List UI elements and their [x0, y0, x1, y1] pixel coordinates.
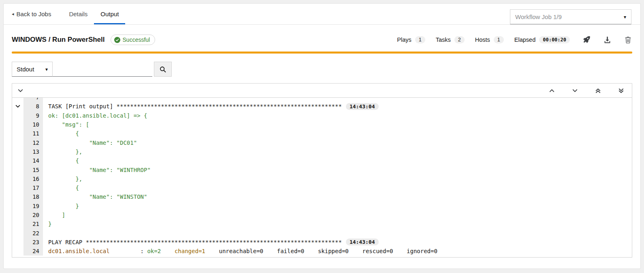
- log-expand-spacer: [12, 111, 23, 120]
- log-expand-spacer: [12, 174, 23, 183]
- line-number: 24: [23, 247, 43, 256]
- log-expand-spacer: [12, 98, 23, 102]
- log-text: dc01.ansible.local : ok=2 changed=1 unre…: [43, 248, 437, 254]
- scroll-top-button[interactable]: [594, 86, 602, 95]
- caret-down-icon: ▾: [45, 67, 48, 72]
- job-title: WINDOWS / Run PowerShell: [12, 36, 105, 44]
- output-panel: 78TASK [Print output] ******************…: [12, 83, 632, 258]
- line-number: 17: [23, 183, 43, 192]
- stdout-log-view[interactable]: 78TASK [Print output] ******************…: [12, 98, 632, 257]
- log-segment: "msg": [: [48, 121, 89, 128]
- log-line: 20 ]: [12, 211, 632, 219]
- log-line: 15 "Name": "WINTHROP": [12, 165, 632, 174]
- back-to-jobs-label: Back to Jobs: [17, 11, 51, 17]
- chevron-down-icon: [15, 103, 21, 109]
- stat-plays: Plays 1: [397, 36, 425, 43]
- log-segment: TASK [Print output] ********************…: [48, 103, 342, 110]
- stat-tasks-label: Tasks: [436, 37, 451, 43]
- check-circle-icon: [114, 37, 120, 43]
- delete-trash-icon: [625, 37, 631, 43]
- line-number: 18: [23, 192, 43, 201]
- log-expand-spacer: [12, 129, 23, 138]
- log-line: 23PLAY RECAP ***************************…: [12, 238, 632, 247]
- log-line: 21}: [12, 219, 632, 228]
- line-number: 23: [23, 238, 43, 247]
- log-line: 14 {: [12, 156, 632, 165]
- status-badge: Successful: [111, 34, 156, 45]
- log-expand-spacer: [12, 192, 23, 201]
- tab-details-label: Details: [69, 11, 87, 17]
- line-number: 12: [23, 138, 43, 147]
- workflow-job-select-value: Workflow Job 1/9: [515, 13, 562, 20]
- log-expand-spacer: [12, 183, 23, 192]
- scroll-bottom-button[interactable]: [617, 86, 625, 95]
- scroll-next-button[interactable]: [571, 86, 579, 95]
- line-number: 8: [23, 102, 43, 111]
- scroll-previous-button[interactable]: [548, 86, 556, 95]
- collapse-all-button[interactable]: [16, 86, 25, 95]
- log-line: 10 "msg": [: [12, 120, 632, 129]
- stat-elapsed: Elapsed 00:00:20: [514, 36, 570, 43]
- download-icon: [604, 37, 611, 43]
- log-text: "Name": "DC01": [43, 140, 137, 146]
- log-text: {: [43, 185, 79, 191]
- back-to-jobs-link[interactable]: ◂ Back to Jobs: [12, 4, 51, 24]
- log-segment: changed=1: [175, 248, 205, 254]
- double-chevron-up-icon: [595, 88, 601, 94]
- log-text: }: [43, 203, 79, 209]
- log-segment: dc01.ansible.local: [48, 248, 110, 254]
- log-segment: ok: [dc01.ansible.local] => {: [48, 112, 147, 119]
- log-line: 7: [12, 98, 632, 102]
- line-number: 19: [23, 202, 43, 211]
- workflow-job-select[interactable]: Workflow Job 1/9 ▾: [510, 9, 631, 24]
- log-segment: "Name": "WINTHROP": [48, 167, 151, 173]
- log-segment: },: [48, 176, 82, 182]
- stat-plays-count: 1: [415, 36, 425, 43]
- log-segment: "Name": "DC01": [48, 140, 137, 146]
- log-expand-spacer: [12, 147, 23, 156]
- stat-elapsed-value: 00:00:20: [539, 36, 570, 43]
- stat-hosts-label: Hosts: [475, 37, 490, 43]
- log-expand-spacer: [12, 247, 23, 256]
- log-line: 19 }: [12, 202, 632, 211]
- stat-hosts-count: 1: [494, 36, 504, 43]
- tabs-bar: ◂ Back to Jobs Details Output Workflow J…: [4, 4, 640, 25]
- log-expand-spacer: [12, 202, 23, 211]
- output-toolbar: [12, 84, 632, 98]
- collapse-task-toggle[interactable]: [12, 102, 23, 111]
- log-text: "msg": [: [43, 121, 89, 128]
- job-output-page: ◂ Back to Jobs Details Output Workflow J…: [3, 3, 641, 269]
- line-number: 11: [23, 129, 43, 138]
- log-expand-spacer: [12, 219, 23, 228]
- log-line: 9ok: [dc01.ansible.local] => {: [12, 111, 632, 120]
- log-line: 11 {: [12, 129, 632, 138]
- delete-job-button[interactable]: [624, 36, 632, 44]
- relaunch-button[interactable]: [582, 35, 591, 44]
- log-expand-spacer: [12, 211, 23, 219]
- log-text: },: [43, 148, 82, 155]
- log-text: {: [43, 130, 79, 137]
- line-number: 9: [23, 111, 43, 120]
- log-text: PLAY RECAP *****************************…: [43, 239, 379, 245]
- download-output-button[interactable]: [603, 36, 612, 44]
- log-expand-spacer: [12, 138, 23, 147]
- log-expand-spacer: [12, 165, 23, 174]
- log-line: 18 "Name": "WINSTON": [12, 192, 632, 201]
- log-segment: }: [48, 203, 79, 209]
- chevron-down-icon: [17, 88, 23, 94]
- line-number: 21: [23, 219, 43, 228]
- tab-output[interactable]: Output: [94, 4, 125, 24]
- stdout-filter-select[interactable]: Stdout ▾: [12, 62, 53, 77]
- tab-output-label: Output: [100, 11, 119, 17]
- stdout-filter-value: Stdout: [17, 66, 34, 73]
- log-text: TASK [Print output] ********************…: [43, 103, 379, 110]
- tab-details[interactable]: Details: [62, 4, 94, 24]
- line-number: 20: [23, 211, 43, 219]
- search-button[interactable]: [154, 62, 172, 77]
- output-search-input[interactable]: [53, 62, 152, 77]
- back-arrow-icon: ◂: [12, 12, 14, 16]
- log-text: "Name": "WINTHROP": [43, 167, 151, 173]
- chevron-down-icon: [572, 88, 578, 94]
- log-segment: ]: [48, 212, 65, 218]
- log-text: ok: [dc01.ansible.local] => {: [43, 112, 147, 119]
